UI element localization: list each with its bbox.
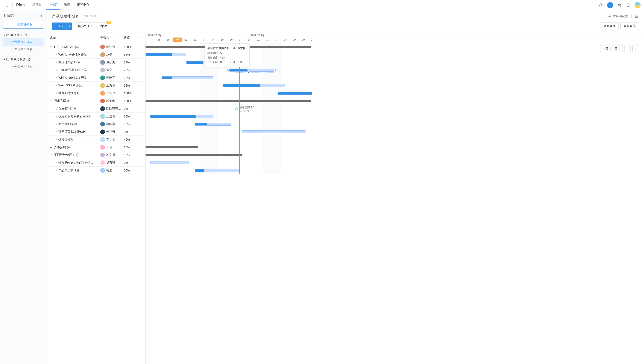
gantt-settings-button[interactable]: 甘特图设置 (608, 14, 628, 18)
summary-bar[interactable] (145, 146, 198, 148)
task-name-cell[interactable]: ▾万事官网 (5) (47, 99, 100, 103)
task-row[interactable]: ●Wiki for web 2.0 开发赵楠65%⋯ (47, 51, 145, 58)
task-bar[interactable] (195, 169, 240, 172)
more-actions-icon[interactable]: ⋯ (139, 99, 142, 103)
task-row[interactable]: ●Wiki Android 2.1 开发李晓平20%⋯ (47, 74, 145, 82)
day-cell[interactable]: 07 (308, 38, 317, 41)
more-actions-icon[interactable]: ⋯ (139, 146, 142, 149)
day-cell[interactable]: 28 (245, 38, 254, 41)
more-actions-icon[interactable]: ⋯ (139, 76, 142, 80)
more-actions-icon[interactable]: ⋯ (139, 115, 142, 118)
sidebar-group-header[interactable]: ▾共享给我的 (1) (3, 56, 44, 63)
sidebar-item[interactable]: 产品研发排期表 (3, 38, 44, 46)
task-bar[interactable] (223, 84, 285, 87)
task-name-cell[interactable]: ▾ONES Wiki 2.0 (6) (47, 45, 100, 49)
more-actions-icon[interactable]: ⋯ (139, 84, 142, 87)
task-bar[interactable] (186, 61, 203, 64)
search-icon[interactable] (598, 3, 603, 7)
more-actions-icon[interactable]: ⋯ (139, 92, 142, 95)
task-row[interactable]: ●card 接口文档李国燕33%⋯ (47, 120, 145, 128)
task-name-cell[interactable]: ●价格页修改 (47, 138, 100, 142)
list-view-icon[interactable] (635, 14, 639, 18)
task-bar[interactable] (150, 161, 189, 164)
day-cell[interactable]: 18 (155, 38, 164, 41)
day-cell[interactable]: 21 (182, 38, 191, 41)
nav-tab[interactable]: 甘特图 (46, 0, 60, 10)
task-row[interactable]: ▾平面设计管理 (17)苏文博50%⋯ (47, 151, 145, 159)
chevron-down-icon[interactable]: ▾ (50, 45, 53, 49)
day-cell[interactable]: 24 (209, 38, 218, 41)
invite-member-icon[interactable] (617, 3, 622, 7)
task-row[interactable]: ▾ONES Wiki 2.0 (6)李江云100%⋯ (47, 43, 145, 51)
task-name-cell[interactable]: ▸人事招聘 (4) (47, 145, 100, 149)
chevron-down-icon[interactable]: ▾ (50, 153, 53, 157)
task-row[interactable]: ●Docker 部署到服务器黄立79%⋯ (47, 66, 145, 74)
milestone-marker[interactable] (235, 107, 239, 110)
more-actions-icon[interactable]: ⋯ (139, 68, 142, 72)
more-actions-icon[interactable]: ⋯ (139, 45, 142, 49)
sidebar-item[interactable]: 市场运营排期表 (3, 46, 44, 53)
column-settings-icon[interactable] (137, 36, 145, 40)
more-actions-icon[interactable]: ⋯ (139, 107, 142, 110)
day-cell[interactable]: 03 (272, 38, 281, 41)
task-name-cell[interactable]: ●官网首页 iOS 端修改 (47, 130, 100, 134)
gantt-timeline[interactable]: 2019年02月2019年03月 71819今天2122232425262728… (145, 33, 644, 364)
brand-logo[interactable]: Plan (16, 2, 25, 8)
nav-tab[interactable]: 项目集 (30, 0, 44, 10)
resize-handle-right[interactable]: ‖ (275, 69, 276, 71)
day-cell[interactable]: 02 (263, 38, 272, 41)
more-actions-icon[interactable]: ⋯ (139, 61, 142, 64)
task-name-cell[interactable]: ●产品页需求沟通 (47, 168, 100, 172)
zoom-out-button[interactable]: − (624, 45, 631, 52)
column-header-name[interactable]: 名称 (47, 36, 100, 40)
day-cell[interactable]: 19 (164, 38, 173, 41)
task-row[interactable]: ●修改 Project 里的限制信...吴万梁0%⋯ (47, 159, 145, 166)
more-actions-icon[interactable]: ⋯ (139, 130, 142, 134)
day-cell[interactable]: 06 (299, 38, 308, 41)
task-name-cell[interactable]: ●Wiki Android 2.1 开发 (47, 76, 100, 80)
task-bar[interactable] (278, 92, 312, 95)
task-row[interactable]: ●重设计产品 logo董小海37%⋯ (47, 58, 145, 66)
day-cell[interactable]: 01 (254, 38, 263, 41)
visibility-badge[interactable]: 仅自己可见 (82, 14, 98, 19)
day-cell[interactable]: 22 (191, 38, 200, 41)
time-unit-dropdown[interactable]: 天 (612, 45, 623, 52)
more-actions-icon[interactable]: ⋯ (139, 122, 142, 126)
task-bar[interactable] (150, 115, 213, 118)
more-actions-icon[interactable]: ⋯ (139, 53, 142, 56)
more-actions-icon[interactable]: ⋯ (139, 161, 142, 164)
day-cell[interactable]: 26 (227, 38, 236, 41)
day-cell[interactable]: 25 (218, 38, 227, 41)
task-bar[interactable] (145, 53, 186, 56)
collapse-sidebar-icon[interactable] (40, 14, 43, 18)
summary-bar[interactable] (145, 154, 242, 156)
summary-bar[interactable] (145, 100, 311, 102)
user-avatar[interactable] (634, 2, 640, 8)
column-header-progress[interactable]: 进度 (124, 36, 137, 40)
sync-project-button[interactable]: 同步到 ONES Project 20 (75, 22, 110, 30)
notifications-icon[interactable] (626, 3, 630, 7)
nav-tab[interactable]: 资源 (62, 0, 73, 10)
menu-toggle-icon[interactable] (4, 2, 9, 8)
column-header-owner[interactable]: 负责人 (100, 36, 124, 40)
task-row[interactable]: ▸人事招聘 (4)王东13%⋯ (47, 144, 145, 151)
task-row[interactable]: ●Wiki iOS 2.0 开发王万春62%⋯ (47, 82, 145, 90)
task-name-cell[interactable]: ●card 接口文档 (47, 122, 100, 126)
task-row[interactable]: ◇发布官网 4.0欧阳莎莎...0%⋯ (47, 105, 145, 112)
more-actions-icon[interactable]: ⋯ (139, 169, 142, 172)
task-bar[interactable] (242, 130, 305, 133)
day-cell[interactable]: 23 (200, 38, 209, 41)
task-row[interactable]: ▾万事官网 (5)程春华100%⋯ (47, 97, 145, 105)
task-row[interactable]: ●官网新特性更新王怡平100%⋯ (47, 90, 145, 97)
task-name-cell[interactable]: ◇发布官网 4.0 (47, 107, 100, 110)
new-task-dropdown[interactable] (67, 22, 72, 30)
task-row[interactable]: ●产品页需求沟通谢迪20%⋯ (47, 166, 145, 174)
task-row[interactable]: ●官网首页 iOS 端修改何婷云0%⋯ (47, 128, 145, 136)
new-task-button[interactable]: + 任务 (52, 22, 67, 30)
sidebar-item[interactable]: Plan官网排期表 (3, 63, 44, 70)
day-cell[interactable]: 27 (236, 38, 245, 41)
task-bar[interactable] (195, 122, 232, 126)
chevron-down-icon[interactable]: ▾ (50, 99, 53, 103)
goto-today-button[interactable]: 今天 (600, 45, 610, 52)
task-name-cell[interactable]: ▾平面设计管理 (17) (47, 153, 100, 157)
